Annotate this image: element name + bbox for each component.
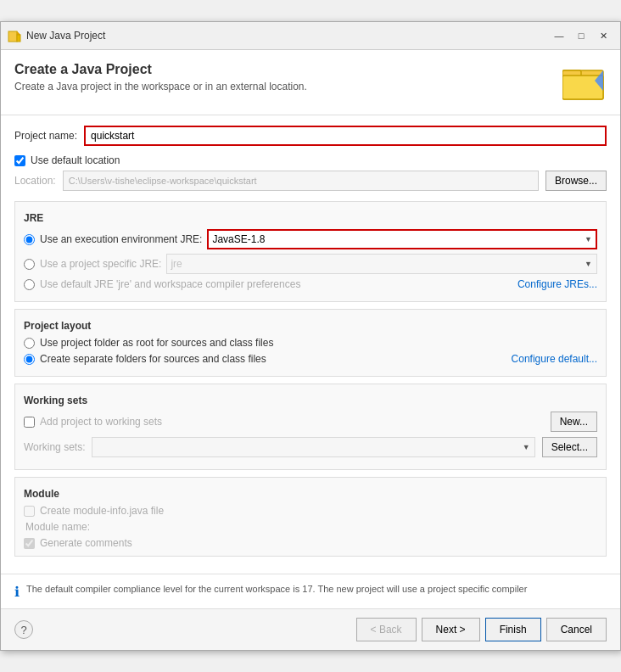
create-module-label: Create module-info.java file [40, 505, 164, 517]
title-bar-left: New Java Project [8, 29, 105, 42]
working-sets-field-label: Working sets: [24, 441, 85, 453]
create-module-row: Create module-info.java file [24, 505, 597, 517]
jre-specific-select-wrapper: jre [166, 254, 597, 274]
working-sets-select-wrapper [92, 437, 534, 457]
finish-button[interactable]: Finish [485, 618, 541, 641]
working-sets-select[interactable] [92, 437, 534, 457]
location-label: Location: [14, 175, 56, 187]
project-layout-label: Project layout [24, 320, 597, 332]
module-section: Module Create module-info.java file Modu… [14, 477, 607, 557]
back-button[interactable]: < Back [356, 618, 417, 641]
layout-option2-row: Create separate folders for sources and … [24, 353, 597, 365]
dialog-subtitle: Create a Java project in the workspace o… [14, 81, 307, 92]
jre-section: JRE Use an execution environment JRE: Ja… [14, 201, 607, 302]
configure-default-link[interactable]: Configure default... [512, 353, 597, 365]
jre-option2-label: Use a project specific JRE: [40, 258, 161, 270]
working-sets-label: Working sets [24, 395, 597, 406]
maximize-button[interactable]: □ [571, 27, 591, 44]
header-icon [562, 62, 607, 103]
layout-option1-row: Use project folder as root for sources a… [24, 337, 597, 349]
window-title: New Java Project [26, 30, 105, 42]
svg-marker-1 [17, 31, 20, 35]
title-buttons: — □ ✕ [549, 27, 613, 44]
generate-comments-checkbox[interactable] [24, 538, 35, 549]
layout-option2-radio[interactable] [24, 354, 35, 365]
new-working-set-button[interactable]: New... [551, 412, 597, 432]
svg-rect-2 [17, 35, 20, 42]
project-name-row: Project name: [14, 126, 607, 146]
next-button[interactable]: Next > [422, 618, 480, 641]
generate-comments-label: Generate comments [40, 537, 132, 549]
location-input[interactable] [63, 171, 539, 191]
jre-option1-row: Use an execution environment JRE: JavaSE… [24, 229, 597, 249]
add-working-sets-checkbox-label: Add project to working sets [24, 416, 544, 428]
button-bar: ? < Back Next > Finish Cancel [1, 608, 620, 650]
info-icon: ℹ [14, 584, 20, 600]
jre-option3-row: Use default JRE 'jre' and workspace comp… [24, 278, 597, 290]
cancel-button[interactable]: Cancel [546, 618, 607, 641]
browse-button[interactable]: Browse... [545, 171, 607, 191]
project-name-input[interactable] [84, 126, 607, 146]
navigation-buttons: < Back Next > Finish Cancel [356, 618, 607, 641]
window-icon [8, 29, 21, 42]
title-bar: New Java Project — □ ✕ [1, 22, 620, 50]
module-section-label: Module [24, 488, 597, 500]
jre-option3-label: Use default JRE 'jre' and workspace comp… [40, 278, 300, 290]
minimize-button[interactable]: — [549, 27, 569, 44]
module-name-row: Module name: [24, 521, 597, 533]
jre-option1-label: Use an execution environment JRE: [40, 233, 202, 245]
jre-option1-radio[interactable] [24, 234, 35, 245]
working-sets-section: Working sets Add project to working sets… [14, 384, 607, 470]
jre-section-label: JRE [24, 212, 597, 224]
jre-option3-radio[interactable] [24, 279, 35, 290]
info-bar: ℹ The default compiler compliance level … [1, 574, 620, 608]
jre-env-select[interactable]: JavaSE-1.8 JavaSE-11 JavaSE-17 [207, 229, 597, 249]
jre-option2-radio[interactable] [24, 259, 35, 270]
add-working-sets-row: Add project to working sets New... [24, 412, 597, 432]
select-working-set-button[interactable]: Select... [542, 437, 597, 457]
working-sets-select-row: Working sets: Select... [24, 437, 597, 457]
jre-specific-select[interactable]: jre [166, 254, 597, 274]
add-working-sets-checkbox[interactable] [24, 417, 35, 428]
dialog-title: Create a Java Project [14, 62, 307, 77]
close-button[interactable]: ✕ [593, 27, 613, 44]
location-row: Location: Browse... [14, 171, 607, 191]
project-layout-section: Project layout Use project folder as roo… [14, 309, 607, 377]
jre-env-select-wrapper: JavaSE-1.8 JavaSE-11 JavaSE-17 [207, 229, 597, 249]
project-name-label: Project name: [14, 130, 77, 142]
create-module-checkbox[interactable] [24, 506, 35, 517]
configure-jres-link[interactable]: Configure JREs... [518, 278, 597, 290]
help-button[interactable]: ? [14, 620, 33, 639]
layout-option1-label: Use project folder as root for sources a… [40, 337, 273, 349]
header-area: Create a Java Project Create a Java proj… [1, 50, 620, 115]
use-default-location-row: Use default location [14, 154, 607, 166]
header-text: Create a Java Project Create a Java proj… [14, 62, 307, 92]
generate-comments-row: Generate comments [24, 537, 597, 549]
jre-option2-row: Use a project specific JRE: jre [24, 254, 597, 274]
layout-option1-radio[interactable] [24, 338, 35, 349]
use-default-location-checkbox[interactable] [14, 155, 25, 166]
module-name-label: Module name: [25, 521, 90, 533]
form-content: Project name: Use default location Locat… [1, 115, 620, 574]
dialog-window: New Java Project — □ ✕ Create a Java Pro… [0, 21, 621, 651]
layout-option2-label: Create separate folders for sources and … [40, 353, 266, 365]
svg-rect-0 [8, 31, 17, 42]
use-default-location-label: Use default location [31, 154, 120, 166]
info-text: The default compiler compliance level fo… [26, 583, 527, 596]
add-working-sets-label-text: Add project to working sets [40, 416, 162, 428]
